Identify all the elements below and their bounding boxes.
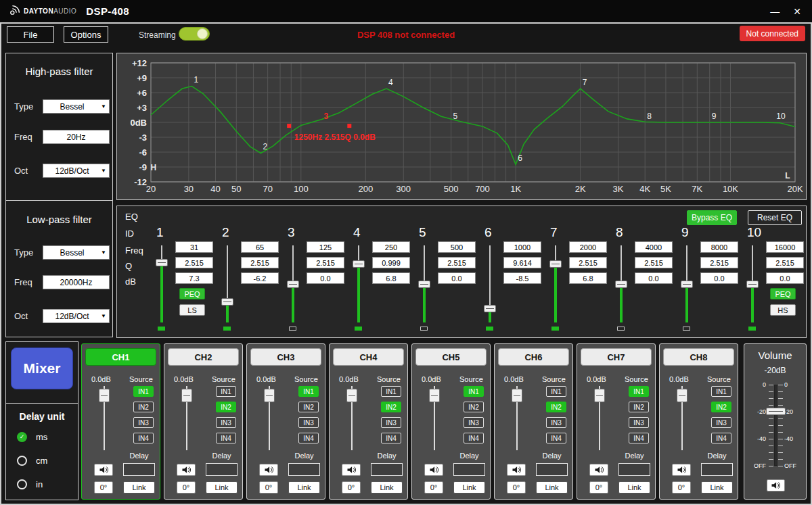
eq-db-input[interactable] <box>635 272 673 284</box>
reset-eq-button[interactable]: Reset EQ <box>748 210 802 225</box>
hp-freq-input[interactable]: 20Hz <box>43 130 110 144</box>
phase-button[interactable]: 0° <box>177 481 196 494</box>
eq-q-input[interactable] <box>175 257 213 268</box>
delay-value-input[interactable] <box>123 463 155 476</box>
channel-select-button[interactable]: CH1 <box>85 348 156 366</box>
input-select-in4[interactable]: IN4 <box>546 433 566 443</box>
input-select-in1[interactable]: IN1 <box>133 386 154 397</box>
eq-gain-slider[interactable] <box>285 245 301 322</box>
fader-handle[interactable] <box>264 389 275 402</box>
eq-band-id[interactable]: 10 <box>747 225 761 240</box>
input-select-in4[interactable]: IN4 <box>133 433 154 443</box>
volume-mute-button[interactable] <box>767 479 785 491</box>
eq-freq-input[interactable] <box>635 241 673 253</box>
eq-slider-handle[interactable] <box>681 281 693 288</box>
eq-band-id[interactable]: 7 <box>550 225 558 240</box>
eq-q-input[interactable] <box>569 257 607 268</box>
lp-freq-input[interactable]: 20000Hz <box>43 275 110 289</box>
eq-db-input[interactable] <box>241 272 279 284</box>
fader-handle[interactable] <box>512 389 522 402</box>
channel-fader[interactable] <box>346 386 358 450</box>
input-select-in4[interactable]: IN4 <box>629 433 649 443</box>
input-select-in3[interactable]: IN3 <box>464 417 484 428</box>
phase-button[interactable]: 0° <box>424 481 443 494</box>
input-select-in2[interactable]: IN2 <box>464 402 484 412</box>
eq-slider-handle[interactable] <box>746 281 759 288</box>
channel-fader[interactable] <box>511 386 523 450</box>
eq-q-input[interactable] <box>503 257 541 268</box>
channel-fader[interactable] <box>98 386 110 450</box>
link-button[interactable]: Link <box>288 481 320 494</box>
eq-gain-slider[interactable] <box>679 245 695 322</box>
lp-oct-select[interactable]: 12dB/Oct ▼ <box>43 309 110 323</box>
volume-slider-handle[interactable] <box>766 408 786 415</box>
eq-freq-input[interactable] <box>241 241 279 253</box>
input-select-in3[interactable]: IN3 <box>629 417 649 428</box>
peq-filter-type-button[interactable]: PEQ <box>179 288 205 299</box>
input-select-in1[interactable]: IN1 <box>464 386 484 397</box>
channel-fader[interactable] <box>181 386 193 450</box>
fader-handle[interactable] <box>677 389 687 402</box>
eq-q-input[interactable] <box>635 257 673 268</box>
eq-gain-slider[interactable] <box>219 245 235 322</box>
channel-mute-button[interactable] <box>342 464 361 476</box>
eq-band-id[interactable]: 1 <box>156 225 164 240</box>
input-select-in4[interactable]: IN4 <box>216 433 236 443</box>
link-button[interactable]: Link <box>371 481 403 494</box>
input-select-in1[interactable]: IN1 <box>546 386 566 397</box>
radio-icon[interactable] <box>17 456 27 466</box>
input-select-in2[interactable]: IN2 <box>298 402 319 412</box>
eq-db-input[interactable] <box>438 272 476 284</box>
channel-select-button[interactable]: CH4 <box>333 348 404 366</box>
link-button[interactable]: Link <box>701 481 733 494</box>
link-button[interactable]: Link <box>123 481 155 494</box>
channel-select-button[interactable]: CH6 <box>498 348 569 366</box>
eq-band-id[interactable]: 6 <box>484 225 492 240</box>
phase-button[interactable]: 0° <box>94 481 113 494</box>
channel-mute-button[interactable] <box>589 464 608 476</box>
eq-q-input[interactable] <box>766 257 804 268</box>
eq-slider-handle[interactable] <box>484 305 496 312</box>
phase-button[interactable]: 0° <box>589 481 608 494</box>
eq-freq-input[interactable] <box>569 241 607 253</box>
input-select-in3[interactable]: IN3 <box>381 417 401 428</box>
channel-mute-button[interactable] <box>507 464 526 476</box>
eq-gain-slider[interactable] <box>744 245 761 322</box>
eq-freq-input[interactable] <box>372 241 410 253</box>
delay-unit-option-ms[interactable]: ✓ms <box>17 431 47 442</box>
input-select-in4[interactable]: IN4 <box>711 433 731 443</box>
phase-button[interactable]: 0° <box>342 481 361 494</box>
channel-select-button[interactable]: CH8 <box>663 348 734 366</box>
hp-type-select[interactable]: Bessel ▼ <box>43 99 110 114</box>
delay-unit-option-cm[interactable]: cm <box>17 455 47 466</box>
channel-select-button[interactable]: CH5 <box>415 348 487 366</box>
eq-freq-input[interactable] <box>307 241 344 253</box>
channel-select-button[interactable]: CH3 <box>250 348 321 366</box>
channel-select-button[interactable]: CH2 <box>168 348 239 366</box>
input-select-in2[interactable]: IN2 <box>711 402 731 412</box>
channel-mute-button[interactable] <box>259 464 278 476</box>
phase-button[interactable]: 0° <box>507 481 526 494</box>
eq-band-id[interactable]: 2 <box>222 225 229 240</box>
eq-db-input[interactable] <box>700 272 738 284</box>
input-select-in3[interactable]: IN3 <box>133 417 154 428</box>
eq-db-input[interactable] <box>569 272 607 284</box>
link-button[interactable]: Link <box>453 481 485 494</box>
channel-fader[interactable] <box>593 386 606 450</box>
channel-fader[interactable] <box>263 386 275 450</box>
delay-value-input[interactable] <box>371 463 403 476</box>
channel-mute-button[interactable] <box>177 464 196 476</box>
eq-slider-handle[interactable] <box>287 281 299 288</box>
input-select-in3[interactable]: IN3 <box>216 417 236 428</box>
eq-freq-input[interactable] <box>766 241 804 253</box>
eq-band-id[interactable]: 5 <box>419 225 426 240</box>
mixer-button[interactable]: Mixer <box>11 347 73 389</box>
input-select-in3[interactable]: IN3 <box>298 417 319 428</box>
eq-freq-input[interactable] <box>503 241 541 253</box>
shelf-filter-type-button[interactable]: HS <box>770 304 796 316</box>
channel-mute-button[interactable] <box>94 464 113 476</box>
peq-filter-type-button[interactable]: PEQ <box>770 288 796 299</box>
eq-db-input[interactable] <box>175 272 213 284</box>
link-button[interactable]: Link <box>536 481 568 494</box>
eq-slider-handle[interactable] <box>418 281 430 288</box>
